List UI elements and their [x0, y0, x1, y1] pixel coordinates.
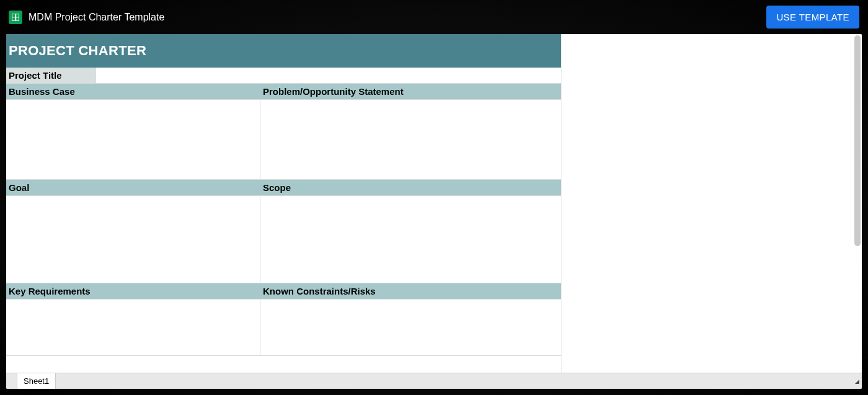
header-left: MDM Project Charter Template — [9, 11, 164, 24]
document-title: MDM Project Charter Template — [29, 12, 164, 23]
business-case-cell[interactable] — [6, 100, 260, 179]
section-header-row-2: Goal Scope — [6, 180, 561, 196]
problem-opportunity-cell[interactable] — [260, 100, 561, 179]
business-case-header: Business Case — [6, 84, 260, 99]
section-content-row-1 — [6, 100, 561, 180]
vertical-scrollbar[interactable] — [854, 35, 861, 246]
spreadsheet-area: PROJECT CHARTER Project Title Business C… — [6, 34, 862, 389]
right-panel — [561, 34, 862, 373]
known-constraints-header: Known Constraints/Risks — [260, 283, 561, 299]
section-content-row-2 — [6, 196, 561, 283]
goal-header: Goal — [6, 180, 260, 195]
key-requirements-header: Key Requirements — [6, 283, 260, 299]
scope-cell[interactable] — [260, 196, 561, 283]
grid[interactable]: PROJECT CHARTER Project Title Business C… — [6, 34, 561, 373]
known-constraints-cell[interactable] — [260, 300, 561, 355]
use-template-button[interactable]: USE TEMPLATE — [766, 6, 859, 29]
section-header-row-1: Business Case Problem/Opportunity Statem… — [6, 84, 561, 100]
footer-spacer — [6, 373, 17, 389]
title-banner: PROJECT CHARTER — [6, 34, 561, 68]
section-header-row-3: Key Requirements Known Constraints/Risks — [6, 283, 561, 300]
project-title-value[interactable] — [96, 68, 561, 83]
project-title-row: Project Title — [6, 68, 561, 84]
sheet-tab[interactable]: Sheet1 — [17, 373, 56, 389]
app-window: MDM Project Charter Template USE TEMPLAT… — [0, 0, 868, 395]
section-content-row-3 — [6, 300, 561, 356]
sheet-body: PROJECT CHARTER Project Title Business C… — [6, 34, 862, 373]
goal-cell[interactable] — [6, 196, 260, 283]
sheets-icon — [9, 11, 22, 24]
project-title-label: Project Title — [6, 68, 96, 83]
problem-opportunity-header: Problem/Opportunity Statement — [260, 84, 561, 99]
header-bar: MDM Project Charter Template USE TEMPLAT… — [0, 0, 868, 34]
key-requirements-cell[interactable] — [6, 300, 260, 355]
scope-header: Scope — [260, 180, 561, 195]
footer-fill — [56, 373, 852, 389]
resize-handle-icon[interactable]: ◢ — [852, 373, 862, 389]
sheet-footer: Sheet1 ◢ — [6, 373, 862, 389]
